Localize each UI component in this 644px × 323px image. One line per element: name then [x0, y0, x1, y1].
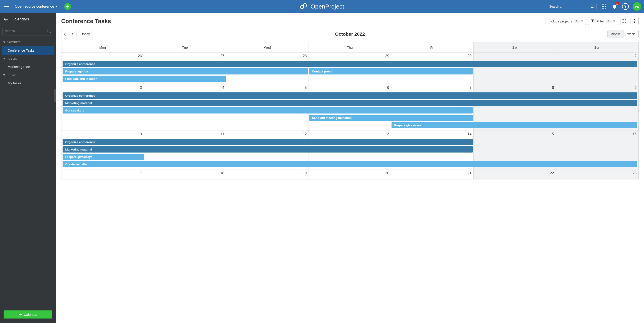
brand-logo-icon: [300, 3, 308, 10]
sidebar-title: Calendars: [12, 17, 29, 22]
notification-badge: 22: [615, 2, 619, 5]
search-icon: [590, 5, 594, 8]
sidebar-item[interactable]: Marketing Plan: [0, 62, 56, 71]
plus-icon: [66, 5, 70, 8]
add-calendar-button[interactable]: Calendar: [4, 310, 52, 318]
chevron-down-icon: [3, 42, 6, 43]
filter-button[interactable]: Filter 1 ▾: [588, 17, 618, 25]
brand-text: OpenProject: [310, 3, 344, 10]
calendar-event[interactable]: Marketing material: [62, 100, 637, 106]
sidebar-section-header[interactable]: FAVORITE: [0, 38, 56, 46]
svg-rect-7: [605, 6, 606, 7]
apps-grid-icon: [602, 4, 606, 8]
sidebar-search[interactable]: [2, 27, 53, 36]
calendar-event[interactable]: Organize conference: [62, 139, 473, 145]
sidebar-section-header[interactable]: PRIVATE: [0, 71, 56, 78]
calendar-event[interactable]: Organize conference: [62, 92, 637, 99]
help-button[interactable]: ?: [622, 3, 629, 10]
sidebar-item[interactable]: Conference Tasks: [2, 46, 54, 55]
user-avatar[interactable]: PS: [633, 2, 641, 11]
sidebar: Calendars FAVORITEConference TasksPUBLIC…: [0, 13, 56, 323]
sidebar-section-label: PRIVATE: [7, 74, 18, 77]
page-title: Conference Tasks: [61, 18, 111, 25]
view-month-button[interactable]: month: [608, 30, 624, 38]
include-projects-label: Include projects: [548, 19, 572, 23]
day-header: Thu: [309, 42, 391, 53]
more-actions-button[interactable]: [630, 17, 638, 25]
view-week-button[interactable]: week: [624, 30, 638, 38]
notifications-button[interactable]: 22: [611, 3, 618, 10]
day-header: Wed: [226, 42, 309, 53]
svg-rect-2: [602, 4, 603, 6]
sidebar-section-label: PUBLIC: [7, 57, 17, 60]
svg-point-12: [634, 19, 635, 20]
day-header: Tue: [144, 42, 226, 53]
calendar-week-row: 10111213141516Organize conferenceMarketi…: [62, 131, 638, 170]
apps-button[interactable]: [600, 3, 607, 10]
global-search-input[interactable]: [549, 5, 590, 8]
hamburger-icon: [4, 5, 9, 8]
sidebar-section-header[interactable]: PUBLIC: [0, 55, 56, 62]
quick-add-button[interactable]: [64, 3, 71, 10]
filter-label: Filter: [596, 19, 604, 23]
calendar-event[interactable]: Create website: [62, 161, 637, 167]
global-search[interactable]: [547, 3, 596, 10]
arrow-left-icon: [4, 18, 8, 21]
calendar-week-row: 262728293012Organize conferencePrepare a…: [62, 53, 638, 84]
expand-icon: [622, 19, 626, 23]
svg-rect-5: [602, 6, 603, 7]
calendar-event[interactable]: Prepare giveaways: [392, 122, 637, 128]
content: Conference Tasks Include projects 1 ▾ Fi…: [56, 13, 644, 323]
calendar-event[interactable]: Find date and location: [62, 76, 226, 82]
calendar-event[interactable]: Send out meeting invitation: [309, 114, 473, 121]
view-week-label: week: [628, 32, 635, 36]
svg-point-1: [591, 5, 593, 8]
brand: OpenProject: [300, 3, 344, 10]
top-bar: Open source conference OpenProject 22 ? …: [0, 0, 644, 13]
chevron-left-icon: [64, 32, 66, 36]
today-label: today: [82, 32, 90, 36]
include-projects-button[interactable]: Include projects 1 ▾: [546, 17, 586, 25]
project-selector[interactable]: Open source conference: [15, 4, 58, 8]
caret-down-icon: [56, 6, 58, 7]
plus-icon: [18, 313, 22, 316]
svg-rect-9: [604, 8, 604, 8]
sidebar-section-label: FAVORITE: [7, 41, 21, 44]
calendar-event[interactable]: Marketing material: [62, 146, 473, 152]
next-period-button[interactable]: [69, 30, 76, 38]
sidebar-search-input[interactable]: [5, 30, 47, 33]
project-name: Open source conference: [15, 4, 54, 8]
day-header: Sun: [556, 42, 638, 53]
back-button[interactable]: [4, 18, 8, 21]
svg-point-14: [634, 22, 635, 23]
calendar-event[interactable]: Prepare agenda: [62, 68, 308, 74]
calendar-event[interactable]: Contact press: [309, 68, 473, 74]
kebab-icon: [634, 19, 635, 23]
help-icon: ?: [624, 4, 626, 8]
svg-rect-4: [605, 4, 606, 6]
svg-rect-10: [605, 8, 606, 8]
svg-point-11: [48, 30, 50, 32]
sidebar-resize-handle[interactable]: [54, 89, 56, 102]
chevron-down-icon: [3, 74, 6, 76]
svg-rect-8: [602, 8, 603, 8]
chevron-right-icon: [72, 32, 74, 36]
day-header: Mon: [62, 42, 144, 53]
include-projects-count: 1: [574, 20, 579, 23]
calendar-event[interactable]: Organize conference: [62, 61, 637, 67]
calendar-event[interactable]: Get speakers: [62, 107, 473, 114]
chevron-down-icon: [3, 58, 6, 60]
fullscreen-button[interactable]: [620, 17, 628, 25]
topbar-right: 22 ? PS: [547, 2, 641, 11]
add-calendar-label: Calendar: [24, 313, 38, 316]
svg-point-0: [300, 6, 304, 9]
calendar-week-row: 3456789Organize conferenceMarketing mate…: [62, 84, 638, 131]
filter-icon: [591, 20, 594, 23]
calendar-event[interactable]: Prepare giveaways: [62, 154, 144, 160]
prev-period-button[interactable]: [61, 30, 69, 38]
day-header: Sat: [474, 42, 556, 53]
menu-toggle-button[interactable]: [3, 3, 10, 10]
sidebar-item[interactable]: My tasks: [0, 78, 56, 88]
today-button[interactable]: today: [79, 30, 93, 38]
view-month-label: month: [611, 32, 620, 36]
